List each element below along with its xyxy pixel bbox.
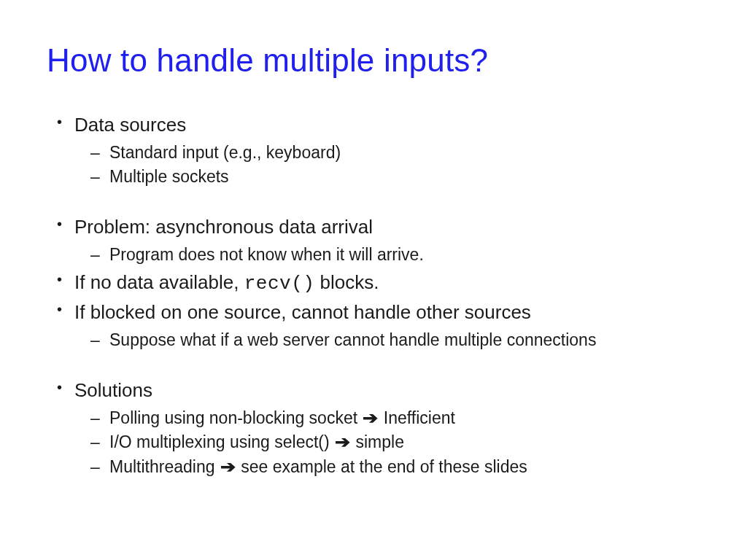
sub-list: Standard input (e.g., keyboard)Multiple … [74,141,703,190]
code-run: recv() [244,273,315,295]
list-item: If blocked on one source, cannot handle … [74,300,703,352]
text-run: simple [351,432,404,451]
sub-list-item: I/O multiplexing using select() ➔ simple [109,430,703,454]
list-item: If no data available, recv() blocks. [74,270,703,297]
text-run: Multithreading [109,457,220,476]
list-item: SolutionsPolling using non-blocking sock… [74,378,703,479]
sub-list-item: Multithreading ➔ see example at the end … [109,455,703,479]
arrow-icon: ➔ [335,430,350,454]
arrow-icon: ➔ [220,455,236,479]
slide-title: How to handle multiple inputs? [47,42,703,79]
list-item: Data sourcesStandard input (e.g., keyboa… [74,112,703,190]
sub-list-item: Polling using non-blocking socket ➔ Inef… [109,406,703,430]
list-item [74,356,703,375]
sub-list-item: Multiple sockets [109,165,703,189]
arrow-icon: ➔ [363,406,379,430]
sub-list: Program does not know when it will arriv… [74,243,703,267]
text-run: see example at the end of these slides [236,457,527,476]
sub-list-item: Suppose what if a web server cannot hand… [109,328,703,352]
sub-list: Polling using non-blocking socket ➔ Inef… [74,406,703,479]
text-run: blocks. [314,271,379,293]
text-run: I/O multiplexing using select() [109,432,334,451]
text-run: Polling using non-blocking socket [109,408,362,427]
sub-list-item: Program does not know when it will arriv… [109,243,703,267]
text-run: If no data available, [74,271,244,293]
text-run: Inefficient [379,408,454,427]
bullet-list: Data sourcesStandard input (e.g., keyboa… [47,112,703,479]
list-item [74,192,703,211]
list-item: Problem: asynchronous data arrivalProgra… [74,214,703,267]
sub-list-item: Standard input (e.g., keyboard) [109,141,703,165]
slide-content: How to handle multiple inputs? Data sour… [0,0,747,511]
sub-list: Suppose what if a web server cannot hand… [74,328,703,352]
